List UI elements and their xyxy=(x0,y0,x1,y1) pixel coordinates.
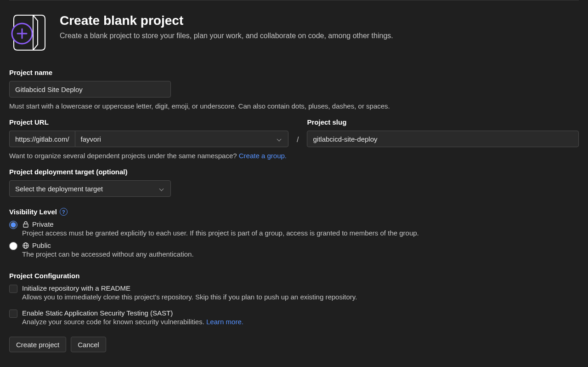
page-subtitle: Create a blank project to store your fil… xyxy=(60,32,393,40)
slash-separator: / xyxy=(297,118,299,144)
globe-icon xyxy=(22,242,29,249)
readme-desc: Allows you to immediately clone this pro… xyxy=(22,293,357,301)
readme-title: Initialize repository with a README xyxy=(22,284,357,292)
namespace-value: fayvori xyxy=(81,135,101,143)
create-project-button[interactable]: Create project xyxy=(9,337,66,352)
visibility-public-radio[interactable] xyxy=(9,242,17,250)
sast-desc: Analyze your source code for known secur… xyxy=(22,318,206,326)
deployment-target-placeholder: Select the deployment target xyxy=(15,185,103,193)
deployment-target-label: Project deployment target (optional) xyxy=(9,168,579,176)
project-url-label: Project URL xyxy=(9,118,288,126)
help-icon[interactable]: ? xyxy=(60,208,68,216)
chevron-down-icon xyxy=(277,137,282,141)
project-name-input[interactable] xyxy=(9,81,171,97)
visibility-public-desc: The project can be accessed without any … xyxy=(22,250,194,258)
namespace-select[interactable]: fayvori xyxy=(75,131,288,147)
visibility-private-title: Private xyxy=(32,220,54,228)
sast-title: Enable Static Application Security Testi… xyxy=(22,309,243,317)
readme-checkbox[interactable] xyxy=(9,285,17,293)
visibility-private-desc: Project access must be granted explicitl… xyxy=(22,229,419,237)
sast-learn-more-link[interactable]: Learn more. xyxy=(206,318,243,326)
project-slug-input[interactable] xyxy=(307,131,579,147)
project-url-prefix: https://gitlab.com/ xyxy=(9,131,75,147)
deployment-target-select[interactable]: Select the deployment target xyxy=(9,180,171,197)
project-name-help: Must start with a lowercase or uppercase… xyxy=(9,102,579,110)
visibility-label: Visibility Level xyxy=(9,208,57,216)
project-slug-label: Project slug xyxy=(307,118,579,126)
visibility-private-radio[interactable] xyxy=(9,221,17,229)
cancel-button[interactable]: Cancel xyxy=(71,337,106,352)
create-group-link[interactable]: Create a group. xyxy=(239,152,287,160)
project-name-label: Project name xyxy=(9,69,579,76)
chevron-down-icon xyxy=(159,186,164,191)
sast-checkbox[interactable] xyxy=(9,310,17,318)
project-icon xyxy=(9,11,47,54)
page-title: Create blank project xyxy=(60,13,393,28)
visibility-public-title: Public xyxy=(32,241,51,249)
lock-icon xyxy=(22,221,29,228)
config-label: Project Configuration xyxy=(9,272,579,280)
svg-rect-3 xyxy=(23,224,28,227)
group-hint-text: Want to organize several dependent proje… xyxy=(9,152,239,160)
